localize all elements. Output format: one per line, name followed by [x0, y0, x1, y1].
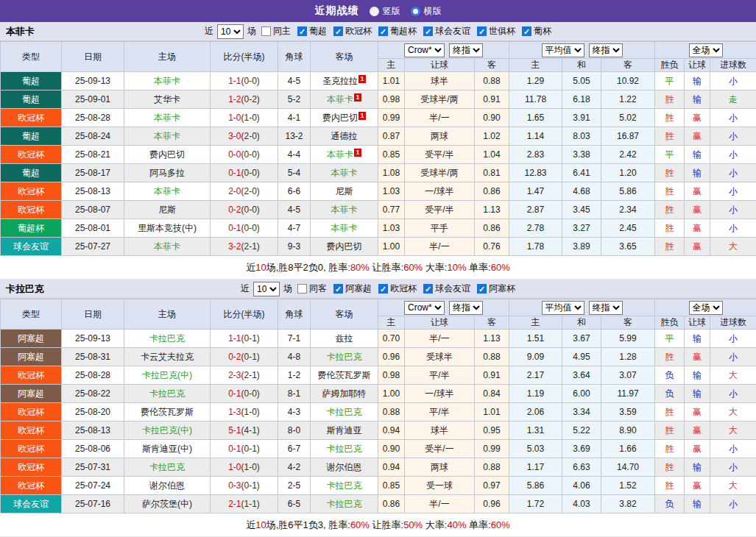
- subcol-header-2-2: 进球数: [710, 59, 756, 72]
- league-filter-checkbox-2[interactable]: ✓: [378, 26, 388, 36]
- layout-radio-horizontal[interactable]: 横版: [411, 5, 442, 18]
- match-count-select[interactable]: 10: [217, 24, 244, 39]
- col-header-3: 比分(半场): [211, 299, 278, 330]
- avg-away: 11.97: [601, 385, 655, 403]
- away-cell: 卡拉巴克: [311, 440, 378, 458]
- league-filter-checkbox-1[interactable]: ✓: [333, 26, 343, 36]
- fulltime-score: 3-2: [228, 241, 241, 252]
- league-filter-checkbox-3[interactable]: ✓: [477, 284, 487, 294]
- same-venue-checkbox[interactable]: [297, 284, 307, 294]
- away-cell: 谢尔伯恩: [311, 458, 378, 477]
- home-team-name: 斯肯迪亚(中): [142, 444, 192, 454]
- avg-away: 1.52: [601, 477, 655, 495]
- games-label: 场: [283, 282, 292, 295]
- league-filter-checkbox-2[interactable]: ✓: [423, 284, 433, 294]
- col-header-5: 客场: [311, 299, 378, 330]
- away-team-name: 谢尔伯恩: [327, 462, 362, 472]
- summary-segment: 60%: [491, 519, 510, 530]
- league-filter-checkbox-4[interactable]: ✓: [477, 26, 487, 36]
- home-team-name: 尼斯: [158, 205, 176, 215]
- same-venue-checkbox[interactable]: [261, 26, 271, 36]
- header-select-0-0[interactable]: Crow*: [404, 301, 445, 315]
- home-cell: 尼斯: [124, 201, 211, 219]
- summary-segment: 大率:: [423, 519, 447, 530]
- same-venue-label: 同主: [273, 25, 291, 38]
- avg-draw: 3.64: [562, 366, 601, 385]
- away-cell: 尼斯: [311, 182, 378, 201]
- away-team-name: 尼斯: [336, 186, 353, 196]
- home-cell: 卡云艾夫拉克: [124, 348, 211, 366]
- odds-home: 0.90: [378, 440, 405, 458]
- halftime-score: (2-0): [241, 131, 260, 141]
- header-select-0-1[interactable]: 终指: [449, 43, 483, 57]
- home-cell: 卡拉巴克: [124, 330, 211, 348]
- league-filter-checkbox-5[interactable]: ✓: [522, 26, 531, 36]
- avg-home: 1.29: [509, 72, 562, 90]
- away-cell: 本菲卡: [311, 201, 378, 219]
- odds-handicap: 受半/一: [405, 440, 475, 458]
- score-cell: 2-3(2-1): [211, 366, 278, 385]
- subcol-header-2-1: 让球: [685, 316, 710, 330]
- odds-home: 0.86: [378, 495, 405, 513]
- match-count-select[interactable]: 10: [253, 282, 280, 296]
- header-select-1-1[interactable]: 终指: [589, 301, 623, 315]
- goals-result-cell: 大: [710, 477, 756, 495]
- col-header-2: 主场: [124, 42, 211, 72]
- league-filter-checkbox-0[interactable]: ✓: [333, 284, 343, 294]
- odds-handicap: 球半: [405, 72, 475, 90]
- home-cell: 卡拉巴克(中): [124, 422, 211, 440]
- winloss-cell: 平: [655, 330, 685, 348]
- league-filter-checkbox-0[interactable]: ✓: [297, 26, 307, 36]
- radio-horizontal-icon[interactable]: [411, 7, 420, 16]
- subcol-header-1-0: 主: [509, 59, 562, 72]
- radio-vertical-icon[interactable]: [370, 7, 379, 16]
- fulltime-score: 1-1: [228, 333, 241, 344]
- home-team-name: 阿马多拉: [149, 168, 185, 178]
- corner-cell: 4-3: [278, 403, 311, 422]
- header-select-0-0[interactable]: Crow*: [404, 43, 445, 57]
- home-team-name: 本菲卡: [154, 76, 180, 86]
- header-select-1-1[interactable]: 终指: [589, 43, 623, 57]
- corner-cell: 13-2: [278, 127, 311, 146]
- score-cell: 1-0(1-0): [211, 458, 278, 477]
- score-cell: 1-3(1-0): [211, 403, 278, 422]
- away-team-name: 卡拉巴克: [327, 499, 362, 509]
- fulltime-score: 1-0: [228, 113, 241, 123]
- team-name: 本菲卡: [6, 25, 35, 38]
- league-badge: 欧冠杯: [1, 477, 62, 495]
- winloss-cell: 胜: [655, 90, 685, 109]
- header-select-0-1[interactable]: 终指: [449, 301, 483, 315]
- avg-home: 11.78: [509, 90, 562, 109]
- header-select-1-0[interactable]: 平均值: [542, 43, 584, 57]
- header-select-2-0[interactable]: 全场: [689, 43, 723, 57]
- league-badge: 欧冠杯: [1, 182, 62, 201]
- avg-home: 12.83: [509, 164, 562, 182]
- league-filter-checkbox-3[interactable]: ✓: [423, 26, 433, 36]
- odds-away: 0.88: [475, 348, 509, 366]
- league-badge: 欧冠杯: [1, 403, 62, 422]
- layout-radio-vertical[interactable]: 竖版: [370, 5, 400, 18]
- header-select-1-0[interactable]: 平均值: [542, 301, 584, 315]
- radio-horizontal-label: 横版: [424, 5, 442, 18]
- league-badge: 欧冠杯: [1, 201, 62, 219]
- winloss-cell: 胜: [655, 440, 685, 458]
- home-cell: 本菲卡: [124, 72, 211, 90]
- same-venue-label: 同客: [309, 282, 327, 295]
- fulltime-score: 2-1: [228, 499, 241, 509]
- match-row: 欧冠杯25-08-21费内巴切0-0(0-0)4-4本菲卡10.85受平/半1.…: [1, 146, 756, 164]
- league-filter-checkbox-1[interactable]: ✓: [378, 284, 388, 294]
- odds-handicap: 平/半: [405, 403, 475, 422]
- home-team-name: 萨尔茨堡(中): [142, 499, 192, 509]
- score-cell: 0-1(0-1): [211, 440, 278, 458]
- odds-handicap: 两球: [405, 127, 475, 146]
- odds-away: 0.99: [475, 440, 509, 458]
- avg-draw: 3.69: [562, 440, 601, 458]
- match-date: 25-09-13: [62, 72, 124, 90]
- header-select-2-0[interactable]: 全场: [689, 301, 723, 315]
- odds-handicap: 受球半/两: [405, 90, 475, 109]
- home-cell: 本菲卡: [124, 109, 211, 127]
- winloss-cell: 胜: [655, 477, 685, 495]
- fulltime-score: 0-1: [228, 388, 241, 399]
- odds-home: 0.77: [378, 201, 405, 219]
- section-header: 卡拉巴克 近 10 场 同客✓阿塞超✓欧冠杯✓球会友谊✓阿塞杯: [0, 280, 756, 299]
